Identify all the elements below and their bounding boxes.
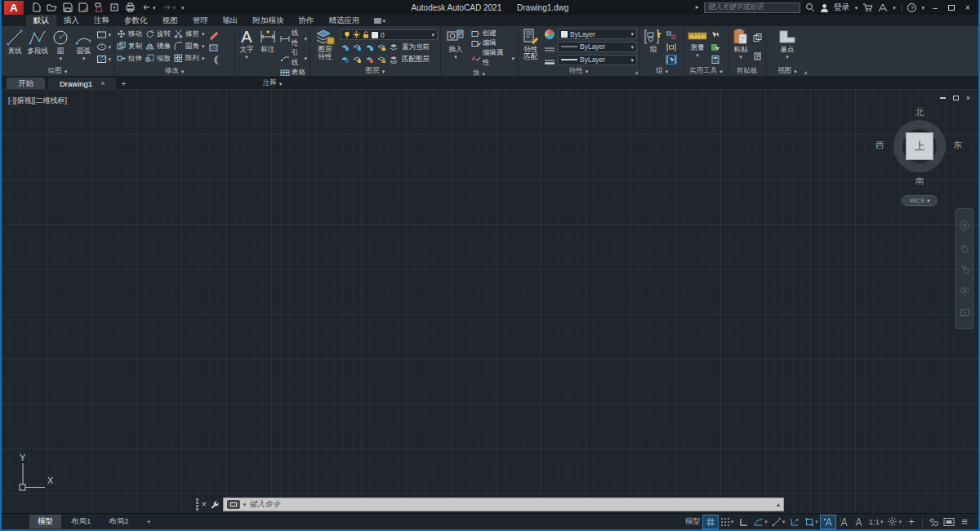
tab-insert[interactable]: 插入 <box>56 15 87 26</box>
measure-button[interactable]: 测量 ▾ <box>687 28 708 66</box>
copy-button[interactable]: 复制 <box>117 42 142 51</box>
command-grip-handle[interactable] <box>196 498 198 511</box>
viewcube-west[interactable]: 西 <box>875 140 884 151</box>
layer-properties-button[interactable]: 图层特性 <box>313 28 337 66</box>
layer-on-all-icon[interactable] <box>353 56 362 64</box>
autocad-logo-icon[interactable]: A <box>4 1 24 15</box>
drawing-canvas[interactable]: [-][俯视][二维线框] × 北 西 东 南 上 WCS▾ Y <box>2 89 978 513</box>
tab-output[interactable]: 输出 <box>216 15 246 26</box>
panel-label-view[interactable]: 视图▾ <box>766 66 808 76</box>
new-file-icon[interactable] <box>32 2 41 12</box>
grid-toggle[interactable] <box>703 515 718 529</box>
match-properties-button[interactable]: 特性匹配 <box>520 28 541 66</box>
publish-icon[interactable] <box>109 2 119 12</box>
tab-manage[interactable]: 管理 <box>185 15 216 26</box>
autodesk-a-icon[interactable] <box>878 3 888 12</box>
group-button[interactable]: 组 <box>643 28 664 66</box>
layer-dropdown[interactable]: 0 ▾ <box>341 29 438 40</box>
isodraft-toggle[interactable]: ▾ <box>770 515 787 529</box>
move-button[interactable]: 移动 <box>117 29 142 39</box>
layer-isolate-icon[interactable] <box>341 43 350 51</box>
group-selection-toggle[interactable] <box>666 56 676 64</box>
undo-caret-icon[interactable]: ▾ <box>153 5 156 11</box>
fillet-button[interactable]: 圆角▾ <box>174 42 205 51</box>
command-history-icon[interactable]: ▴ <box>777 501 780 508</box>
search-expand-icon[interactable]: ▸ <box>696 4 699 11</box>
tab-annotate[interactable]: 注释 <box>87 15 117 26</box>
annotation-scale-icon-button[interactable] <box>852 515 866 529</box>
viewcube-top-face[interactable]: 上 <box>906 132 933 160</box>
panel-label-clipboard[interactable]: 剪贴板 <box>728 66 765 76</box>
command-input[interactable]: ▾ 键入命令 ▴ <box>223 498 784 511</box>
tab-view[interactable]: 视图 <box>155 15 185 26</box>
zoom-extents-icon[interactable] <box>960 264 970 274</box>
panel-label-utilities[interactable]: 实用工具▾ <box>684 66 728 76</box>
layout1-tab[interactable]: 布局1 <box>63 515 99 529</box>
object-snap-toggle[interactable]: ▾ <box>803 515 820 529</box>
qat-customize-icon[interactable]: ▾ <box>181 5 185 11</box>
ellipse-button[interactable]: ▾ <box>96 42 112 51</box>
viewcube-south[interactable]: 南 <box>915 176 924 187</box>
search-icon[interactable] <box>805 2 815 12</box>
ungroup-button[interactable] <box>666 31 676 39</box>
rotate-button[interactable]: 旋转 <box>145 29 171 39</box>
create-block-button[interactable]: 创建 <box>471 29 514 38</box>
save-as-icon[interactable] <box>78 2 88 12</box>
base-point-button[interactable]: 基点 ▾ <box>774 28 800 66</box>
new-layout-button[interactable]: + <box>139 515 160 528</box>
drawing-close-button[interactable]: × <box>966 94 970 102</box>
color-wheel-icon[interactable] <box>544 29 555 40</box>
navigation-wheel-icon[interactable] <box>959 220 970 231</box>
tab-collaborate[interactable]: 协作 <box>292 15 322 26</box>
plot-icon[interactable] <box>94 2 104 12</box>
viewcube-east[interactable]: 东 <box>954 140 963 151</box>
drawing1-close-icon[interactable]: × <box>100 79 105 87</box>
arc-button[interactable]: 圆弧 ▾ <box>73 28 94 66</box>
text-button[interactable]: A 文字 ▾ <box>238 28 256 78</box>
command-close-icon[interactable]: × <box>202 500 207 509</box>
dimension-button[interactable]: 标注 <box>258 28 278 78</box>
annotation-scale-value[interactable]: 1:1 ▾ <box>867 515 885 529</box>
drawing-minimize-button[interactable] <box>940 97 946 99</box>
layer-unisolate-icon[interactable] <box>353 43 362 51</box>
rectangle-button[interactable]: ▾ <box>96 30 112 39</box>
paste-button[interactable]: 粘贴 ▾ <box>731 28 751 66</box>
trim-button[interactable]: 修剪▾ <box>174 29 205 39</box>
redo-caret-icon[interactable]: ▾ <box>173 5 176 11</box>
object-color-dropdown[interactable]: ByLayer ▾ <box>558 29 637 39</box>
calculator-button[interactable] <box>710 56 720 64</box>
properties-dialog-launcher[interactable] <box>635 71 638 74</box>
panel-label-layers[interactable]: 图层▾ <box>310 66 440 76</box>
annotation-monitor-plus-button[interactable]: + <box>904 515 919 529</box>
panel-label-modify[interactable]: 修改▾ <box>114 66 234 76</box>
edit-block-button[interactable]: 编辑 <box>471 38 514 48</box>
tab-parametric[interactable]: 参数化 <box>117 15 155 26</box>
annotation-visibility-toggle[interactable] <box>821 515 835 529</box>
viewcube-north[interactable]: 北 <box>915 107 924 118</box>
tab-addins[interactable]: 附加模块 <box>246 15 292 26</box>
ortho-toggle[interactable] <box>736 515 751 529</box>
set-current-button[interactable]: 置为当前 <box>402 42 430 52</box>
open-file-icon[interactable] <box>47 2 57 12</box>
linear-dim-button[interactable]: 线性▾ <box>280 29 307 48</box>
array-button[interactable]: 阵列▾ <box>174 54 205 64</box>
lineweight-icon[interactable] <box>544 59 555 65</box>
autodesk-caret-icon[interactable]: ▾ <box>893 5 896 11</box>
window-maximize-button[interactable] <box>946 3 957 12</box>
command-customize-wrench-icon[interactable] <box>210 500 220 510</box>
save-icon[interactable] <box>63 2 73 12</box>
panel-label-annotate[interactable]: 注释▾ <box>235 78 310 88</box>
viewport-controls[interactable]: [-][俯视][二维线框] <box>8 96 67 106</box>
signin-button[interactable]: 登录 <box>834 2 850 13</box>
orbit-icon[interactable] <box>960 285 970 296</box>
annotation-autoscale-toggle[interactable] <box>836 515 851 529</box>
undo-icon[interactable] <box>141 3 152 12</box>
show-motion-icon[interactable] <box>960 307 970 318</box>
stretch-button[interactable]: 拉伸 <box>117 54 142 64</box>
wcs-dropdown[interactable]: WCS▾ <box>902 195 937 206</box>
layer-thaw-all-icon[interactable] <box>365 56 374 64</box>
tab-featured-apps[interactable]: 精选应用 <box>322 15 368 26</box>
window-close-button[interactable]: × <box>962 3 973 12</box>
ribbon-display-toggle[interactable]: ▾ <box>368 15 393 26</box>
redo-icon[interactable] <box>162 3 172 12</box>
